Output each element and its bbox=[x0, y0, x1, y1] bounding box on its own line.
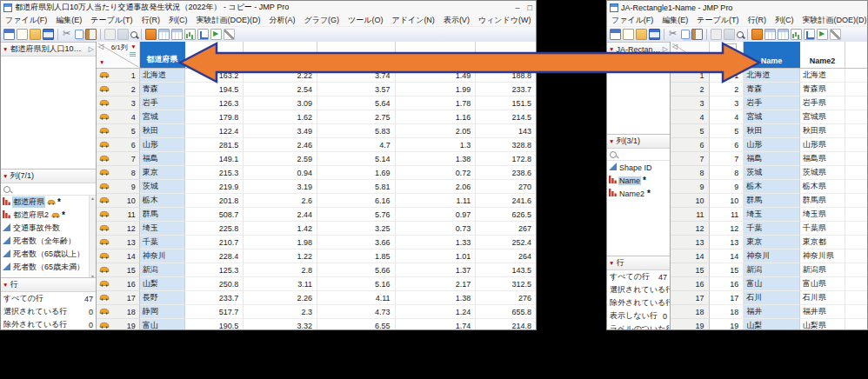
cell-value[interactable]: 5.16 bbox=[317, 277, 396, 291]
cell-value[interactable]: 194.5 bbox=[185, 83, 244, 96]
cell-empty[interactable] bbox=[845, 96, 867, 110]
cell-value[interactable]: 2.22 bbox=[244, 69, 317, 83]
cell-name[interactable]: 宮城 bbox=[744, 110, 799, 124]
cell-shape-id[interactable]: 16 bbox=[710, 277, 744, 291]
cell-value[interactable]: 2.6 bbox=[244, 194, 317, 208]
cell-prefecture[interactable]: 茨城 bbox=[140, 180, 185, 194]
cell-value[interactable]: 655.8 bbox=[476, 305, 536, 319]
column-header-shape-id[interactable]: ▼ bbox=[710, 42, 744, 68]
cell-prefecture[interactable]: 新潟 bbox=[140, 263, 185, 277]
row-header-cell[interactable]: 16 bbox=[671, 277, 710, 291]
row-header-cell[interactable]: 8 bbox=[671, 166, 710, 180]
cell-prefecture[interactable]: 山梨 bbox=[140, 277, 185, 291]
cell-empty[interactable] bbox=[845, 138, 867, 152]
cell-value[interactable]: 1.37 bbox=[396, 263, 477, 277]
row-header-cell[interactable]: 14 bbox=[97, 249, 140, 263]
cell-value[interactable]: 190.5 bbox=[185, 319, 244, 329]
copy-icon[interactable] bbox=[75, 30, 83, 39]
cell-name[interactable]: 茨城 bbox=[744, 166, 799, 180]
minimize-button[interactable]: – bbox=[516, 3, 520, 12]
row-state-car-icon[interactable] bbox=[99, 71, 110, 80]
cell-value[interactable]: 2.75 bbox=[317, 110, 396, 124]
cell-value[interactable]: 1.22 bbox=[244, 249, 317, 263]
column-header-name2[interactable]: Name2 bbox=[800, 42, 846, 68]
row-header-cell[interactable]: 4 bbox=[671, 110, 710, 124]
row-state-car-icon[interactable] bbox=[99, 266, 110, 275]
menu-item-e[interactable]: 編集(E) bbox=[658, 14, 692, 27]
menu-item-f[interactable]: ファイル(F) bbox=[1, 14, 51, 27]
cell-value[interactable]: 1.01 bbox=[396, 249, 477, 263]
cell-name2[interactable]: 群馬県 bbox=[800, 194, 846, 208]
table-row[interactable]: 1616富山富山県 bbox=[671, 277, 867, 291]
table-row[interactable]: 1919山梨山梨県 bbox=[671, 319, 867, 329]
cell-value[interactable]: 3.57 bbox=[317, 83, 396, 96]
menu-item-c[interactable]: 列(C) bbox=[771, 14, 798, 27]
row-header-cell[interactable]: 14 bbox=[671, 249, 710, 263]
row-state-car-icon[interactable] bbox=[99, 127, 110, 136]
cell-name2[interactable]: 山形県 bbox=[800, 138, 846, 152]
cell-name[interactable]: 石川 bbox=[744, 291, 799, 305]
cell-name2[interactable]: 富山県 bbox=[800, 277, 846, 291]
expand-icon[interactable]: ▷ bbox=[663, 45, 668, 53]
row-state-car-icon[interactable] bbox=[99, 322, 110, 330]
table-row[interactable]: 1515新潟新潟県 bbox=[671, 263, 867, 277]
grid-green-icon[interactable] bbox=[171, 29, 183, 40]
column-header-hidden[interactable] bbox=[244, 42, 317, 68]
rows-red-triangle-icon[interactable]: ▼ bbox=[99, 59, 104, 65]
table-row[interactable]: 3岩手126.33.095.641.78151.5 bbox=[97, 96, 536, 110]
table-row[interactable]: 1414神奈川神奈川県 bbox=[671, 249, 867, 263]
column-header-hidden[interactable] bbox=[185, 42, 244, 68]
cell-name[interactable]: 福島 bbox=[744, 152, 799, 166]
cell-name[interactable]: 北海道 bbox=[744, 69, 799, 83]
cell-name[interactable]: 千葉 bbox=[744, 222, 799, 236]
row-state-car-icon[interactable] bbox=[99, 183, 110, 191]
table-row[interactable]: 99栃木栃木県 bbox=[671, 180, 867, 194]
cell-value[interactable]: 5.14 bbox=[317, 152, 396, 166]
row-state-car-icon[interactable] bbox=[99, 252, 110, 261]
cell-value[interactable]: 270 bbox=[476, 180, 536, 194]
cell-shape-id[interactable]: 14 bbox=[710, 249, 744, 263]
graph-builder-icon[interactable] bbox=[184, 29, 196, 40]
paste-icon[interactable] bbox=[691, 29, 703, 40]
cell-value[interactable]: 2.26 bbox=[244, 291, 317, 305]
cell-value[interactable]: 188.8 bbox=[476, 69, 536, 83]
cell-value[interactable]: 3.09 bbox=[244, 96, 317, 110]
pencil-icon[interactable] bbox=[830, 29, 841, 40]
columns-panel-header[interactable]: ▼ 列(3/1) bbox=[607, 135, 670, 149]
cell-empty[interactable] bbox=[845, 152, 867, 166]
new-journal-icon[interactable] bbox=[17, 29, 28, 40]
open-icon[interactable] bbox=[636, 29, 647, 40]
column-list-scrollbar[interactable]: ▲▼ bbox=[89, 196, 96, 279]
cell-value[interactable]: 2.44 bbox=[244, 208, 317, 222]
row-header-cell[interactable]: 9 bbox=[671, 180, 710, 194]
cell-value[interactable]: 276 bbox=[476, 291, 536, 305]
cell-value[interactable]: 508.7 bbox=[185, 208, 244, 222]
cell-prefecture[interactable]: 千葉 bbox=[140, 236, 185, 249]
cell-name2[interactable]: 青森県 bbox=[800, 83, 846, 96]
cell-empty[interactable] bbox=[845, 110, 867, 124]
cell-value[interactable]: 179.8 bbox=[185, 110, 244, 124]
cell-value[interactable]: 2.54 bbox=[244, 83, 317, 96]
rows-panel-header[interactable]: ▼ 行 bbox=[1, 278, 96, 292]
table-row[interactable]: 1010群馬群馬県 bbox=[671, 194, 867, 208]
cell-value[interactable]: 214.8 bbox=[476, 319, 536, 329]
table-row[interactable]: 1北海道163.22.223.741.49188.8 bbox=[97, 69, 536, 83]
menu-item-r[interactable]: 行(R) bbox=[743, 14, 771, 27]
row-header-cell[interactable]: 6 bbox=[671, 138, 710, 152]
cell-empty[interactable] bbox=[845, 249, 867, 263]
cell-name[interactable]: 東京 bbox=[744, 236, 799, 249]
search-icon[interactable] bbox=[737, 31, 744, 38]
cell-shape-id[interactable]: 19 bbox=[710, 319, 744, 329]
new-journal-icon[interactable] bbox=[623, 29, 634, 40]
table-row[interactable]: 16山梨250.83.115.162.17312.5 bbox=[97, 277, 536, 291]
cell-value[interactable]: 1.11 bbox=[396, 194, 477, 208]
column-list-item[interactable]: Shape ID bbox=[607, 161, 670, 174]
cell-prefecture[interactable]: 長野 bbox=[140, 291, 185, 305]
cell-shape-id[interactable]: 5 bbox=[710, 124, 744, 138]
cell-value[interactable]: 4.73 bbox=[317, 305, 396, 319]
menu-item-o[interactable]: ツール(O) bbox=[344, 14, 387, 27]
cell-name[interactable]: 埼玉 bbox=[744, 208, 799, 222]
cell-value[interactable]: 233.7 bbox=[185, 291, 244, 305]
cell-value[interactable]: 125.3 bbox=[185, 263, 244, 277]
menu-item-h[interactable]: ヘルプ(H) bbox=[535, 14, 536, 27]
